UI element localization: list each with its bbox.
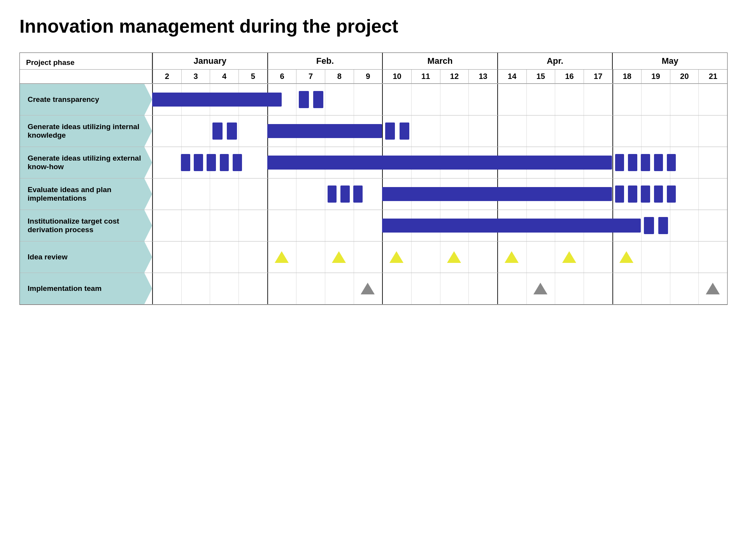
month-january: January [152, 53, 267, 69]
grid-lines-2 [152, 116, 727, 147]
gantt-idea-review [152, 242, 727, 273]
week-2: 2 [152, 70, 181, 83]
mini-eval-6 [641, 186, 650, 203]
mini-eval-8 [667, 186, 676, 203]
mini-inst-2 [658, 217, 668, 234]
week-14: 14 [497, 70, 526, 83]
mini-eval-2 [340, 186, 350, 203]
mini-gen-int-2 [227, 122, 237, 140]
mini-eval-5 [628, 186, 637, 203]
mini-eval-3 [353, 186, 363, 203]
week-9: 9 [354, 70, 382, 83]
gantt-gen-internal [152, 116, 727, 147]
mini-ext-4 [220, 154, 229, 171]
month-march: March [382, 53, 497, 69]
label-gen-internal: Generate ideas utilizing internal knowle… [20, 116, 152, 147]
week-8: 8 [325, 70, 354, 83]
week-17: 17 [584, 70, 612, 83]
week-10: 10 [382, 70, 411, 83]
gantt-chart: Project phase January Feb. March Apr. Ma… [19, 52, 728, 305]
mini-ext-2 [194, 154, 203, 171]
mini-eval-7 [654, 186, 663, 203]
gantt-evaluate [152, 178, 727, 210]
week-6: 6 [267, 70, 296, 83]
gantt-create-transparency [152, 84, 727, 115]
week-12: 12 [440, 70, 469, 83]
mini-ext-3 [207, 154, 216, 171]
page-title: Innovation management during the project [19, 16, 728, 37]
bar-create-transparency-mini2 [313, 91, 323, 108]
week-21: 21 [698, 70, 727, 83]
week-11: 11 [411, 70, 440, 83]
bar-ext-main [267, 156, 612, 170]
bar-create-transparency-main [152, 93, 282, 107]
week-5: 5 [238, 70, 267, 83]
mini-gen-int-1 [212, 122, 223, 140]
row-gen-internal: Generate ideas utilizing internal knowle… [20, 115, 727, 147]
label-evaluate: Evaluate ideas and plan implementations [20, 178, 152, 210]
month-feb: Feb. [267, 53, 382, 69]
triangle-gray-w21 [706, 283, 720, 294]
gantt-gen-external [152, 147, 727, 178]
mini-ext-1 [181, 154, 190, 171]
row-institutionalize: Institutionalize target cost derivation … [20, 210, 727, 241]
mini-inst-1 [644, 217, 654, 234]
mini-ext-8 [641, 154, 650, 171]
triangle-yellow-w18 [619, 251, 633, 263]
row-gen-external: Generate ideas utilizing external know-h… [20, 147, 727, 178]
bar-inst-main [382, 219, 641, 233]
label-implementation: Implementation team [20, 273, 152, 304]
triangle-yellow-w14 [505, 251, 519, 263]
triangle-yellow-w6 [275, 251, 289, 263]
gantt-implementation [152, 273, 727, 304]
gantt-institutionalize [152, 210, 727, 241]
triangle-gray-w9 [361, 283, 375, 294]
week-4: 4 [210, 70, 238, 83]
week-13: 13 [468, 70, 497, 83]
bar-eval-main [382, 187, 612, 201]
months-header: Project phase January Feb. March Apr. Ma… [20, 53, 727, 70]
week-20: 20 [670, 70, 699, 83]
grid-lines-6 [152, 242, 727, 273]
project-phase-header: Project phase [20, 53, 152, 69]
triangle-yellow-w16 [562, 251, 576, 263]
row-idea-review: Idea review [20, 241, 727, 273]
mini-ext-9 [654, 154, 663, 171]
label-idea-review: Idea review [20, 242, 152, 273]
week-16: 16 [555, 70, 584, 83]
label-institutionalize: Institutionalize target cost derivation … [20, 210, 152, 241]
mini-eval-1 [328, 186, 337, 203]
grid-lines-7 [152, 273, 727, 304]
week-7: 7 [296, 70, 325, 83]
month-apr: Apr. [497, 53, 612, 69]
mini-gen-int-3 [385, 122, 395, 140]
triangle-yellow-w8 [332, 251, 346, 263]
mini-ext-10 [667, 154, 676, 171]
row-create-transparency: Create transparency [20, 84, 727, 115]
week-18: 18 [612, 70, 642, 83]
label-gen-external: Generate ideas utilizing external know-h… [20, 147, 152, 178]
week-19: 19 [641, 70, 670, 83]
triangle-yellow-w12 [447, 251, 461, 263]
weeks-header: 2 3 4 5 6 7 8 9 10 11 12 13 14 15 16 17 … [20, 70, 727, 84]
label-create-transparency: Create transparency [20, 84, 152, 115]
mini-ext-7 [628, 154, 637, 171]
week-3: 3 [181, 70, 210, 83]
month-may: May [612, 53, 727, 69]
row-evaluate: Evaluate ideas and plan implementations [20, 178, 727, 210]
bar-create-transparency-mini1 [299, 91, 309, 108]
triangle-yellow-w10 [389, 251, 403, 263]
week-15: 15 [526, 70, 555, 83]
bar-gen-int-main [267, 124, 382, 138]
mini-eval-4 [615, 186, 624, 203]
mini-ext-6 [615, 154, 624, 171]
mini-gen-int-4 [400, 122, 410, 140]
row-implementation: Implementation team [20, 273, 727, 304]
mini-ext-5 [233, 154, 242, 171]
triangle-gray-w15 [533, 283, 547, 294]
